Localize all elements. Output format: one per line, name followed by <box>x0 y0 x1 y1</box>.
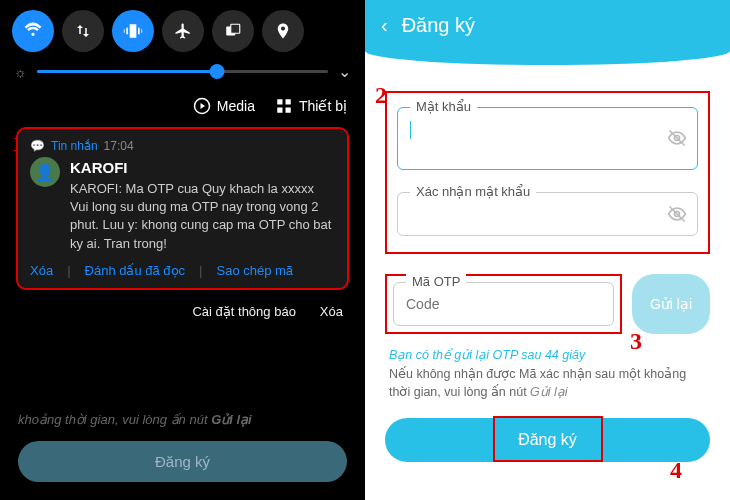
back-icon[interactable]: ‹ <box>381 14 388 37</box>
notif-delete-button[interactable]: Xóa <box>30 263 53 278</box>
register-screen: ‹ Đăng ký 2 Mật khẩu Xác nhận mật khẩu <box>365 0 730 500</box>
annotation-marker-4: 4 <box>670 457 682 484</box>
sms-icon: 💬 <box>30 139 45 153</box>
hint-text: Bạn có thể gửi lại OTP sau 44 giây Nếu k… <box>385 346 710 402</box>
password-group-highlight: Mật khẩu Xác nhận mật khẩu <box>385 91 710 254</box>
sender-avatar: 👤 <box>30 157 60 187</box>
vibrate-icon[interactable] <box>112 10 154 52</box>
notif-body-text: KAROFI: Ma OTP cua Quy khach la xxxxx Vu… <box>70 180 335 253</box>
password-label: Mật khẩu <box>410 99 477 114</box>
notif-app: Tin nhắn <box>51 139 98 153</box>
sms-notification[interactable]: 💬 Tin nhắn 17:04 👤 KAROFI KAROFI: Ma OTP… <box>16 127 349 290</box>
media-button[interactable]: Media <box>193 97 255 115</box>
device-label: Thiết bị <box>299 98 347 114</box>
data-swap-icon[interactable] <box>62 10 104 52</box>
otp-field[interactable]: Mã OTP <box>393 282 614 326</box>
media-controls-row: Media Thiết bị <box>0 91 365 127</box>
notif-copy-code-button[interactable]: Sao chép mã <box>217 263 294 278</box>
page-title: Đăng ký <box>402 14 475 37</box>
svg-rect-5 <box>277 108 282 113</box>
confirm-password-input[interactable] <box>410 206 657 222</box>
eye-off-icon[interactable] <box>667 128 687 148</box>
register-button[interactable]: Đăng ký <box>385 418 710 462</box>
brightness-icon: ☼ <box>14 64 27 80</box>
windows-icon[interactable] <box>212 10 254 52</box>
svg-rect-3 <box>277 99 282 104</box>
quick-settings-row <box>0 0 365 58</box>
android-shade: ☼ ⌄ Media Thiết bị 1 💬 Tin nhắn 17:04 👤 … <box>0 0 365 500</box>
password-field[interactable]: Mật khẩu <box>397 107 698 170</box>
notif-time: 17:04 <box>104 139 134 153</box>
otp-row: Mã OTP Gửi lại <box>385 274 710 334</box>
confirm-password-field[interactable]: Xác nhận mật khẩu <box>397 192 698 236</box>
notif-title: KAROFI <box>70 157 335 178</box>
shade-footer: Cài đặt thông báo Xóa <box>0 290 365 333</box>
annotation-marker-3: 3 <box>630 328 642 355</box>
notif-mark-read-button[interactable]: Đánh dấu đã đọc <box>85 263 186 278</box>
submit-wrap: Đăng ký <box>385 418 710 462</box>
wifi-icon[interactable] <box>12 10 54 52</box>
otp-input[interactable] <box>406 296 601 312</box>
eye-off-icon[interactable] <box>667 204 687 224</box>
notif-settings-button[interactable]: Cài đặt thông báo <box>192 304 295 319</box>
notif-clear-button[interactable]: Xóa <box>320 304 343 319</box>
location-icon[interactable] <box>262 10 304 52</box>
dimmed-background-app: khoảng thời gian, vui lòng ấn nút Gửi lạ… <box>0 412 365 500</box>
resend-button[interactable]: Gửi lại <box>632 274 710 334</box>
app-header: ‹ Đăng ký <box>365 0 730 51</box>
chevron-down-icon[interactable]: ⌄ <box>338 62 351 81</box>
device-button[interactable]: Thiết bị <box>275 97 347 115</box>
otp-label: Mã OTP <box>406 274 466 289</box>
media-label: Media <box>217 98 255 114</box>
countdown-text: Bạn có thể gửi lại OTP sau 44 giây <box>389 346 706 365</box>
password-input[interactable] <box>410 140 657 156</box>
notif-actions: Xóa | Đánh dấu đã đọc | Sao chép mã <box>30 263 335 278</box>
register-form: Mật khẩu Xác nhận mật khẩu Mã OTP <box>365 51 730 480</box>
dimmed-register-button: Đăng ký <box>18 441 347 482</box>
brightness-slider-row: ☼ ⌄ <box>0 58 365 91</box>
svg-rect-1 <box>231 24 240 33</box>
annotation-marker-2: 2 <box>375 82 387 109</box>
confirm-password-label: Xác nhận mật khẩu <box>410 184 536 199</box>
airplane-icon[interactable] <box>162 10 204 52</box>
brightness-slider[interactable] <box>37 70 328 73</box>
svg-rect-4 <box>285 99 290 104</box>
svg-rect-6 <box>285 108 290 113</box>
otp-highlight: Mã OTP <box>385 274 622 334</box>
notif-header: 💬 Tin nhắn 17:04 <box>30 139 335 153</box>
